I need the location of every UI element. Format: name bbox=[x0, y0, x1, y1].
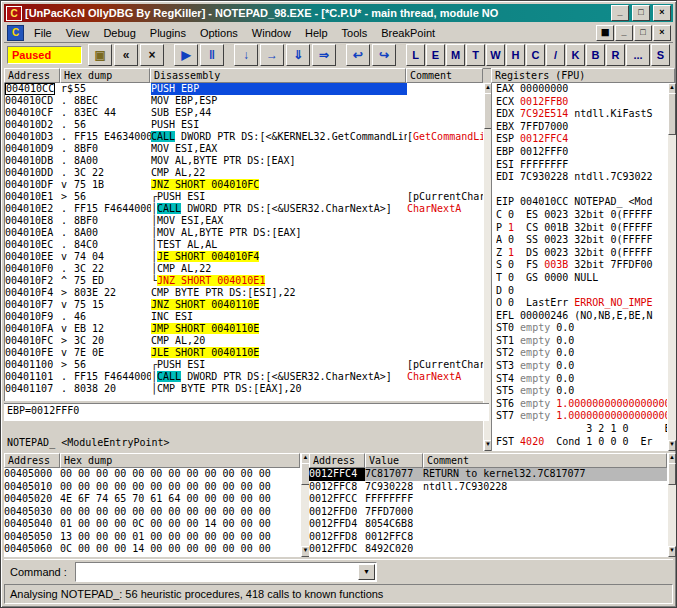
disassembly-pane[interactable]: 004010CCr$55PUSH EBP004010CD.8BECMOV EBP… bbox=[4, 83, 484, 401]
stack-pane[interactable]: 0012FFC47C817077RETURN to kernel32.7C817… bbox=[309, 468, 667, 557]
table-row[interactable]: 004050204E 6F 74 65 70 61 64 00 00 00 00… bbox=[4, 493, 300, 506]
table-row[interactable]: 004010EC.84C0│TEST AL,AL bbox=[5, 239, 484, 251]
close-program-button[interactable]: × bbox=[140, 44, 164, 66]
register-line[interactable]: 3 2 1 0 E bbox=[496, 423, 672, 436]
register-line[interactable]: S 0 FS 003B 32bit 7FFDF00 bbox=[496, 259, 672, 272]
scroll-down-icon[interactable]: ▼ bbox=[668, 546, 676, 557]
step-over-button[interactable]: → bbox=[260, 44, 284, 66]
scroll-thumb[interactable] bbox=[668, 93, 676, 135]
register-line[interactable]: C 0 ES 0023 32bit 0(FFFFF bbox=[496, 209, 672, 222]
cpu-window-icon[interactable]: C bbox=[7, 25, 24, 41]
table-row[interactable]: 004010E1>56┌PUSH ESI[pCurrentChar bbox=[5, 191, 484, 203]
mdi-restore-button[interactable]: □ bbox=[634, 25, 652, 41]
restart-button[interactable]: « bbox=[114, 44, 138, 66]
register-line[interactable] bbox=[496, 184, 672, 197]
table-row[interactable]: 004010F2^75 ED└JNZ SHORT 004010E1 bbox=[5, 275, 484, 287]
mdi-close-button[interactable]: × bbox=[653, 25, 671, 41]
exec-till-return-button[interactable]: ↩ bbox=[346, 44, 370, 66]
table-row[interactable]: 004010FAvEB 12JMP SHORT 0040110E bbox=[5, 323, 484, 335]
toolbar-letter-button-c[interactable]: C bbox=[526, 44, 545, 66]
table-row[interactable]: 004010D3.FF15 E4634000CALL DWORD PTR DS:… bbox=[5, 131, 484, 143]
command-input[interactable]: ▼ bbox=[75, 562, 377, 582]
register-line[interactable]: EIP 004010CC NOTEPAD_ <Mod bbox=[496, 196, 672, 209]
register-line[interactable]: EDI 7C930228 ntdll.7C93022 bbox=[496, 171, 672, 184]
table-row[interactable]: 004010CCr$55PUSH EBP bbox=[5, 83, 484, 95]
table-row[interactable]: 0012FFD80012FFC8 bbox=[309, 531, 667, 544]
table-row[interactable]: 004010E2.FF15 F4644000│CALL DWORD PTR DS… bbox=[5, 203, 484, 215]
table-row[interactable]: 004010FC>3C 20CMP AL,20 bbox=[5, 335, 484, 347]
toolbar-letter-button-r[interactable]: R bbox=[606, 44, 625, 66]
table-row[interactable]: 004010CD.8BECMOV EBP,ESP bbox=[5, 95, 484, 107]
table-row[interactable]: 0040505013 00 00 00 01 00 00 00 00 00 00… bbox=[4, 531, 300, 544]
column-header-comment[interactable]: Comment bbox=[423, 453, 667, 468]
table-row[interactable]: 004010D9.8BF0MOV ESI,EAX bbox=[5, 143, 484, 155]
toolbar-letter-button-b[interactable]: B bbox=[586, 44, 605, 66]
table-row[interactable]: 0012FFDC8492C020 bbox=[309, 543, 667, 556]
register-line[interactable]: T 0 GS 0000 NULL bbox=[496, 272, 672, 285]
register-line[interactable]: ECX 0012FFB0 bbox=[496, 96, 672, 109]
table-row[interactable]: 004010EEv74 04│JE SHORT 004010F4 bbox=[5, 251, 484, 263]
toolbar-letter-button-s[interactable]: S bbox=[651, 44, 670, 66]
table-row[interactable]: 00401107.8038 20│CMP BYTE PTR DS:[EAX],2… bbox=[5, 383, 484, 395]
table-row[interactable]: 0012FFCCFFFFFFFF bbox=[309, 493, 667, 506]
table-row[interactable]: 0012FFC47C817077RETURN to kernel32.7C817… bbox=[309, 468, 667, 481]
table-row[interactable]: 0040503000 00 00 00 00 00 00 00 00 00 00… bbox=[4, 506, 300, 519]
register-line[interactable]: ST1 empty 0.0 bbox=[496, 335, 672, 348]
toolbar-letter-button-slash[interactable]: / bbox=[546, 44, 565, 66]
animate-into-button[interactable]: ⇓ bbox=[286, 44, 310, 66]
register-line[interactable]: ST2 empty 0.0 bbox=[496, 347, 672, 360]
register-line[interactable]: D 0 bbox=[496, 285, 672, 298]
menu-item-debug[interactable]: Debug bbox=[96, 25, 142, 41]
toolbar-letter-button-k[interactable]: K bbox=[566, 44, 585, 66]
table-row[interactable]: 00401100>56┌PUSH ESI[pCurrentChar bbox=[5, 359, 484, 371]
menu-item-options[interactable]: Options bbox=[193, 25, 245, 41]
table-row[interactable]: 004010F9.46INC ESI bbox=[5, 311, 484, 323]
table-row[interactable]: 004010FEv7E 0EJLE SHORT 0040110E bbox=[5, 347, 484, 359]
register-line[interactable]: Z 1 DS 0023 32bit 0(FFFFF bbox=[496, 247, 672, 260]
register-line[interactable]: EBX 7FFD7000 bbox=[496, 121, 672, 134]
register-line[interactable]: EDX 7C92E514 ntdll.KiFastS bbox=[496, 108, 672, 121]
table-row[interactable]: 0012FFD48054C6B8 bbox=[309, 518, 667, 531]
column-header-address[interactable]: Address bbox=[4, 68, 60, 83]
table-row[interactable]: 0012FFC87C930228ntdll.7C930228 bbox=[309, 481, 667, 494]
table-row[interactable]: 0040500000 00 00 00 00 00 00 00 00 00 00… bbox=[4, 468, 300, 481]
register-line[interactable]: ESP 0012FFC4 bbox=[496, 133, 672, 146]
mdi-minimize-button[interactable]: _ bbox=[615, 25, 633, 41]
column-header-hex-dump[interactable]: Hex dump bbox=[60, 453, 300, 468]
table-row[interactable]: 004010F4>803E 22CMP BYTE PTR DS:[ESI],22 bbox=[5, 287, 484, 299]
toolbar-letter-button-m[interactable]: M bbox=[446, 44, 465, 66]
register-line[interactable]: P 1 CS 001B 32bit 0(FFFFF bbox=[496, 222, 672, 235]
register-line[interactable]: O 0 LastErr ERROR_NO_IMPE bbox=[496, 297, 672, 310]
toolbar-letter-button-dots[interactable]: ... bbox=[626, 44, 650, 66]
scroll-down-icon[interactable]: ▼ bbox=[668, 440, 676, 451]
step-into-button[interactable]: ↓ bbox=[234, 44, 258, 66]
toolbar-letter-button-h[interactable]: H bbox=[506, 44, 525, 66]
menu-item-breakpoint[interactable]: BreakPoint bbox=[374, 25, 442, 41]
register-line[interactable]: ST4 empty 0.0 bbox=[496, 373, 672, 386]
table-row[interactable]: 004010DB.8A00MOV AL,BYTE PTR DS:[EAX] bbox=[5, 155, 484, 167]
column-header-value[interactable]: Value bbox=[365, 453, 423, 468]
table-row[interactable]: 004050600C 00 00 00 14 00 00 00 00 00 00… bbox=[4, 543, 300, 556]
dump-pane[interactable]: 0040500000 00 00 00 00 00 00 00 00 00 00… bbox=[4, 468, 300, 557]
register-line[interactable]: ST5 empty 0.0 bbox=[496, 385, 672, 398]
table-row[interactable]: 0012FFD07FFD7000 bbox=[309, 506, 667, 519]
registers-pane[interactable]: EAX 00000000ECX 0012FFB0EDX 7C92E514 ntd… bbox=[491, 83, 672, 451]
register-line[interactable]: ESI FFFFFFFF bbox=[496, 159, 672, 172]
animate-over-button[interactable]: ⇒ bbox=[312, 44, 336, 66]
scroll-thumb[interactable] bbox=[668, 463, 676, 485]
table-row[interactable]: 004010DD.3C 22CMP AL,22 bbox=[5, 167, 484, 179]
stack-scrollbar[interactable]: ▲ ▼ bbox=[667, 453, 676, 557]
column-header-address[interactable]: Address bbox=[4, 453, 60, 468]
register-line[interactable]: ST3 empty 0.0 bbox=[496, 360, 672, 373]
toolbar-letter-button-l[interactable]: L bbox=[406, 44, 425, 66]
register-line[interactable]: EBP 0012FFF0 bbox=[496, 146, 672, 159]
menu-item-file[interactable]: File bbox=[27, 25, 59, 41]
table-row[interactable]: 004010F7v75 15JNZ SHORT 0040110E bbox=[5, 299, 484, 311]
menu-item-view[interactable]: View bbox=[59, 25, 97, 41]
column-header-address[interactable]: Address bbox=[309, 453, 365, 468]
menu-item-help[interactable]: Help bbox=[298, 25, 335, 41]
menu-item-window[interactable]: Window bbox=[245, 25, 298, 41]
maximize-button[interactable]: □ bbox=[632, 5, 650, 21]
register-line[interactable]: EFL 00000246 (NO,NB,E,BE,N bbox=[496, 310, 672, 323]
table-row[interactable]: 0040501000 00 00 00 00 00 00 00 00 00 00… bbox=[4, 481, 300, 494]
